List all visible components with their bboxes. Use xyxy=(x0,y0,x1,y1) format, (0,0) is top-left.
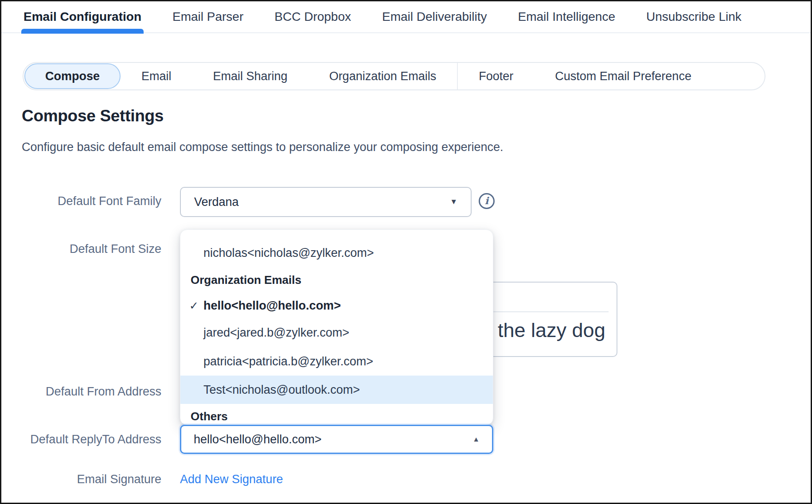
replyto-options-dropdown: nicholas<nicholas@zylker.com> Organizati… xyxy=(180,229,493,425)
subtab-custom-email-preference[interactable]: Custom Email Preference xyxy=(534,70,712,83)
info-icon[interactable]: i xyxy=(479,193,495,209)
dropdown-option-highlighted[interactable]: Test<nicholas@outlook.com> xyxy=(180,376,493,404)
tab-label: Email Deliverability xyxy=(382,10,487,24)
email-settings-screen: Email Configuration Email Parser BCC Dro… xyxy=(0,0,812,504)
dropdown-option[interactable]: jared<jared.b@zylker.com> xyxy=(180,318,493,347)
check-icon: ✓ xyxy=(189,299,199,312)
tab-label: Email Configuration xyxy=(23,10,141,24)
dropdown-option-selected[interactable]: ✓ hello<hello@hello.com> xyxy=(180,293,493,318)
tab-label: Email Parser xyxy=(172,10,243,24)
label-default-from-address: Default From Address xyxy=(15,385,161,399)
tab-label: Email Intelligence xyxy=(518,10,615,24)
tab-email-configuration[interactable]: Email Configuration xyxy=(23,1,141,33)
label-email-signature: Email Signature xyxy=(15,473,161,486)
dropdown-option[interactable]: patricia<patricia.b@zylker.com> xyxy=(180,347,493,376)
default-replyto-address-select[interactable]: hello<hello@hello.com> ▲ xyxy=(180,425,493,454)
tab-unsubscribe-link[interactable]: Unsubscribe Link xyxy=(646,1,742,33)
default-font-family-value: Verdana xyxy=(194,195,239,209)
subtab-compose[interactable]: Compose xyxy=(24,63,121,89)
subtab-email-sharing[interactable]: Email Sharing xyxy=(192,70,308,83)
label-default-replyto-address: Default ReplyTo Address xyxy=(15,433,161,446)
subtab-email[interactable]: Email xyxy=(121,70,192,83)
default-replyto-address-value: hello<hello@hello.com> xyxy=(194,433,322,446)
font-preview-text: the lazy dog xyxy=(498,319,605,342)
active-tab-indicator xyxy=(21,29,144,34)
add-new-signature-link[interactable]: Add New Signature xyxy=(180,473,283,486)
dropdown-group-organization-emails: Organization Emails xyxy=(180,267,493,293)
default-font-family-select[interactable]: Verdana ▼ xyxy=(180,187,472,217)
chevron-down-icon: ▼ xyxy=(450,198,457,206)
tab-bcc-dropbox[interactable]: BCC Dropbox xyxy=(274,1,351,33)
tab-email-deliverability[interactable]: Email Deliverability xyxy=(382,1,487,33)
dropdown-group-others: Others xyxy=(180,404,493,425)
chevron-up-icon: ▲ xyxy=(472,435,480,443)
tab-email-intelligence[interactable]: Email Intelligence xyxy=(518,1,615,33)
page-description: Configure basic default email compose se… xyxy=(22,140,504,154)
label-default-font-size: Default Font Size xyxy=(15,242,161,256)
page-title: Compose Settings xyxy=(22,107,164,125)
dropdown-option[interactable]: nicholas<nicholas@zylker.com> xyxy=(180,239,493,267)
label-default-font-family: Default Font Family xyxy=(15,194,161,208)
subtab-organization-emails[interactable]: Organization Emails xyxy=(308,70,457,83)
subtab-footer[interactable]: Footer xyxy=(458,70,534,83)
tab-label: Unsubscribe Link xyxy=(646,10,742,24)
sub-tab-bar: Compose Email Email Sharing Organization… xyxy=(23,62,765,90)
top-tab-bar: Email Configuration Email Parser BCC Dro… xyxy=(1,1,811,33)
tab-label: BCC Dropbox xyxy=(274,10,351,24)
tab-email-parser[interactable]: Email Parser xyxy=(172,1,243,33)
